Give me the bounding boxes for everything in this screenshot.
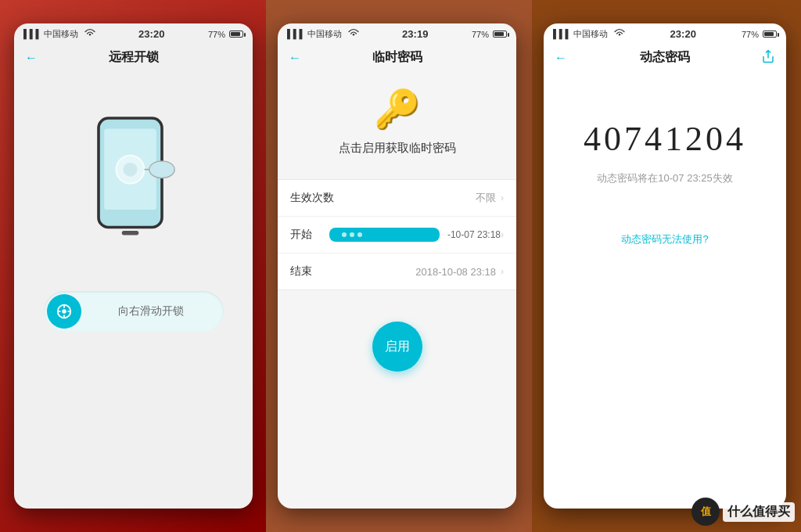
enable-button[interactable]: 启用: [372, 322, 422, 372]
dot-3: [357, 232, 362, 237]
svg-point-5: [149, 161, 174, 178]
svg-point-8: [62, 309, 66, 314]
date-input-box[interactable]: [329, 228, 440, 242]
svg-rect-4: [121, 231, 138, 235]
form-row-end[interactable]: 结束 2018-10-08 23:18 ›: [278, 253, 516, 289]
nav-bar-1: ← 远程开锁: [14, 43, 253, 72]
share-button[interactable]: [761, 49, 775, 66]
watermark-text: 什么值得买: [723, 502, 795, 522]
nav-bar-3: ← 动态密码: [544, 43, 786, 72]
carrier-3: ▌▌▌ 中国移动: [553, 28, 625, 40]
nav-bar-2: ← 临时密码: [278, 43, 516, 72]
slider-thumb: [47, 294, 81, 329]
status-bar-1: ▌▌▌ 中国移动 23:20 77%: [14, 23, 253, 43]
time-3: 23:20: [670, 28, 696, 40]
phone-illustration: [87, 111, 181, 236]
value-start: [329, 228, 440, 242]
dot-2: [350, 232, 354, 237]
screen2-title: 临时密码: [372, 49, 422, 66]
screen3-content: 40741204 动态密码将在10-07 23:25失效 动态密码无法使用?: [544, 72, 786, 317]
help-link[interactable]: 动态密码无法使用?: [605, 217, 724, 262]
value-effective-times: 不限: [334, 191, 496, 205]
status-bar-3: ▌▌▌ 中国移动 23:20 77%: [544, 23, 786, 43]
main-container: ▌▌▌ 中国移动 23:20 77% ← 远程开锁: [0, 0, 801, 532]
screen1-content: 向右滑动开锁: [14, 72, 253, 347]
label-start: 开始: [290, 228, 329, 242]
code-expiry: 动态密码将在10-07 23:25失效: [597, 171, 732, 185]
phone-screen-remote-unlock: ▌▌▌ 中国移动 23:20 77% ← 远程开锁: [14, 23, 253, 509]
battery-2: 77%: [472, 30, 507, 39]
carrier-1: ▌▌▌ 中国移动: [23, 28, 95, 40]
svg-point-3: [123, 163, 137, 177]
form-row-effective-times[interactable]: 生效次数 不限 ›: [278, 180, 516, 217]
watermark-icon: 值: [691, 498, 720, 526]
screen3-title: 动态密码: [640, 49, 690, 66]
screen1-title: 远程开锁: [109, 49, 159, 66]
start-date-partial: -10-07 23:18: [447, 229, 501, 240]
status-bar-2: ▌▌▌ 中国移动 23:19 77%: [278, 23, 516, 43]
phone-screen-temp-password: ▌▌▌ 中国移动 23:19 77% ← 临时密码 🔑 点击启用: [278, 23, 516, 509]
slider-container[interactable]: 向右滑动开锁: [44, 291, 224, 332]
form-row-start[interactable]: 开始 -10-07 23:18 ›: [278, 217, 516, 253]
carrier-2: ▌▌▌ 中国移动: [287, 28, 359, 40]
chevron-icon-1: ›: [501, 192, 504, 203]
label-effective-times: 生效次数: [290, 191, 334, 205]
key-icon: 🔑: [374, 88, 421, 131]
back-button-1[interactable]: ←: [25, 51, 38, 65]
phone-screen-dynamic-password: ▌▌▌ 中国移动 23:20 77% ← 动态密码: [544, 23, 786, 509]
time-2: 23:19: [402, 28, 428, 40]
watermark: 值 什么值得买: [691, 498, 795, 526]
label-end: 结束: [290, 264, 329, 279]
slider-text: 向右滑动开锁: [81, 304, 221, 318]
chevron-icon-3: ›: [501, 266, 504, 277]
wifi-icon-1: [84, 29, 95, 38]
form-section: 生效次数 不限 › 开始 -10-07 23:18 › 结束: [278, 179, 516, 290]
dynamic-code: 40741204: [584, 119, 746, 159]
battery-3: 77%: [742, 30, 777, 39]
back-button-2[interactable]: ←: [289, 51, 301, 65]
battery-icon-1: [229, 31, 243, 38]
chevron-icon-2: ›: [501, 229, 504, 240]
battery-1: 77%: [208, 30, 243, 39]
battery-icon-3: [763, 31, 777, 38]
dot-1: [342, 232, 347, 237]
key-icon-area: 🔑 点击启用获取临时密码: [278, 72, 516, 171]
key-description: 点击启用获取临时密码: [339, 141, 456, 156]
battery-icon-2: [493, 31, 507, 38]
value-end: 2018-10-08 23:18: [329, 266, 496, 278]
back-button-3[interactable]: ←: [555, 51, 567, 65]
time-1: 23:20: [138, 28, 164, 40]
